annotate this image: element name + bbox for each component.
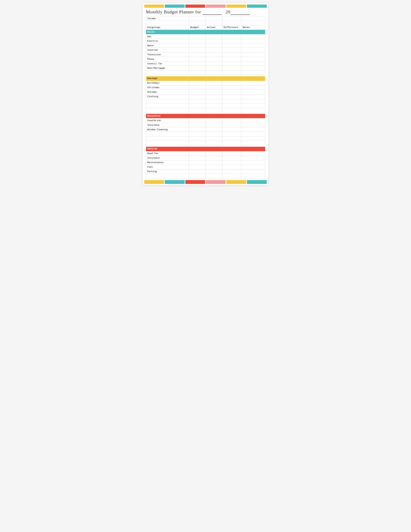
spacer-bills-savings (146, 75, 265, 76)
savings-holiday-row: Holiday (146, 90, 265, 94)
bills-gas-row: Gas (146, 34, 265, 39)
bills-television-row: Television (146, 52, 265, 57)
savings-extra-3 (146, 108, 265, 112)
budget-table: Income: Outgoings Budget Actual Differen… (146, 16, 265, 179)
income-budget (189, 16, 206, 21)
category-bills-header: Bills (146, 30, 265, 34)
color-block-bottom-yellow-2 (226, 180, 246, 184)
col-header-outgoings: Outgoings (146, 25, 189, 30)
household-extra-3 (146, 141, 265, 145)
household-window-cleaning-row: Window Cleaning (146, 127, 265, 132)
color-block-red-1 (185, 5, 205, 8)
spacer-savings-household (146, 112, 265, 114)
color-block-bottom-teal-1 (165, 180, 185, 184)
vehicle-maintainence-row: Maintainence (146, 160, 265, 165)
color-block-teal-1 (165, 5, 185, 8)
bills-electric-row: Electric (146, 39, 265, 43)
page-title: Monthly Budget Planner for 20 (143, 8, 268, 16)
category-household-label: Household (146, 114, 265, 118)
color-bar-bottom (143, 180, 268, 185)
vehicle-fuel-row: Fuel (146, 165, 265, 169)
bills-extra-1 (146, 70, 265, 75)
savings-birthdays-row: Birthdays (146, 81, 265, 85)
color-block-yellow-2 (226, 5, 246, 8)
bills-council-tax-row: Council Tax (146, 61, 265, 66)
color-block-bottom-pink-1 (206, 180, 226, 184)
spacer-household-vehicle (146, 145, 265, 147)
savings-extra-1 (146, 99, 265, 103)
bills-rent-mortgage-row: Rent/Mortgage (146, 66, 265, 70)
col-header-actual: Actual (206, 25, 222, 30)
color-block-bottom-yellow-1 (144, 180, 164, 184)
col-header-budget: Budget (189, 25, 206, 30)
category-household-header: Household (146, 114, 265, 118)
bills-water-row: Water (146, 43, 265, 48)
income-row: Income: (146, 16, 265, 21)
income-difference (222, 16, 241, 21)
bills-phone-row: Phone (146, 57, 265, 61)
color-bar-top (143, 3, 268, 8)
vehicle-extra-1 (146, 174, 265, 178)
column-header-row: Outgoings Budget Actual Difference Notes (146, 25, 265, 30)
vehicle-road-tax-row: Road Tax (146, 151, 265, 156)
household-food-drink-row: Food/Drink (146, 118, 265, 123)
color-block-bottom-red-1 (185, 180, 205, 184)
category-savings-header: Savings (146, 76, 265, 81)
color-block-yellow-1 (144, 5, 164, 8)
title-month-blank (202, 9, 222, 15)
col-header-notes: Notes (241, 25, 265, 30)
household-extra-1 (146, 132, 265, 136)
category-vehicle-label: Vehicle (146, 147, 265, 151)
vehicle-parking-row: Parking (146, 169, 265, 174)
income-label: Income: (146, 16, 189, 21)
vehicle-insurance-row: Insurance (146, 156, 265, 160)
savings-extra-2 (146, 103, 265, 108)
savings-clothing-row: Clothing (146, 94, 265, 99)
page: Monthly Budget Planner for 20 Income: Ou… (143, 3, 268, 185)
household-insurance-row: Insurance (146, 123, 265, 127)
income-notes (241, 16, 265, 21)
color-block-pink-1 (206, 5, 226, 8)
category-vehicle-header: Vehicle (146, 147, 265, 151)
savings-christmas-row: Christmas (146, 85, 265, 90)
title-year-blank (231, 9, 250, 15)
household-extra-2 (146, 136, 265, 141)
title-text: Monthly Budget Planner for (146, 9, 201, 14)
col-header-difference: Difference (222, 25, 241, 30)
category-savings-label: Savings (146, 76, 265, 81)
title-year-prefix: 20 (226, 9, 231, 14)
category-bills-label: Bills (146, 30, 265, 34)
color-block-teal-2 (247, 5, 267, 8)
income-actual (206, 16, 222, 21)
spacer-row-1 (146, 21, 265, 25)
color-block-bottom-teal-2 (247, 180, 267, 184)
bills-internet-row: Internet (146, 48, 265, 52)
